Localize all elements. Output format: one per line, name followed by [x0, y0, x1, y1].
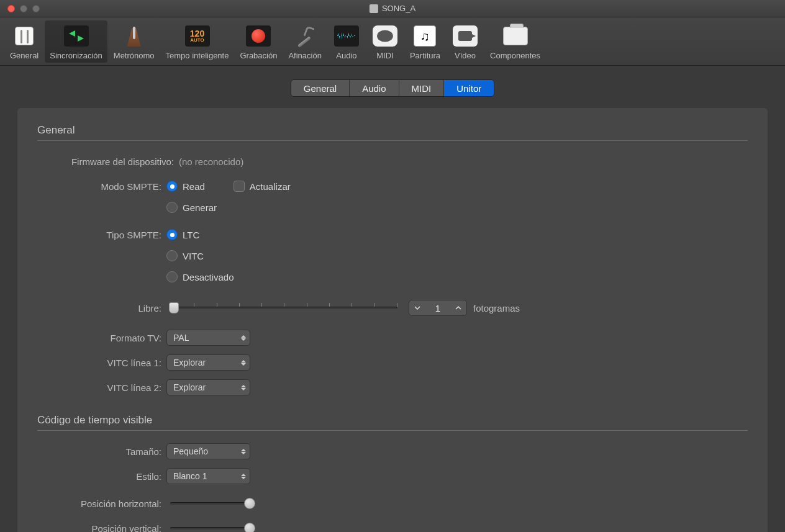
- vitc2-label: VITC línea 2:: [37, 382, 166, 393]
- window-title: SONG_A: [370, 4, 415, 13]
- toolbar-sync-label: Sincronización: [50, 51, 102, 60]
- close-window-button[interactable]: [7, 5, 15, 12]
- toolbar-sync[interactable]: Sincronización: [45, 20, 107, 63]
- video-icon: [453, 25, 478, 47]
- toolbar-video[interactable]: Vídeo: [447, 20, 484, 63]
- style-label: Estilo:: [37, 471, 166, 482]
- updown-icon: [241, 335, 246, 341]
- smpte-update-checkbox[interactable]: [234, 181, 245, 192]
- toolbar-components-label: Componentes: [490, 51, 540, 60]
- minimize-window-button[interactable]: [20, 5, 27, 12]
- toolbar-general-label: General: [10, 51, 39, 60]
- vpos-slider[interactable]: [166, 521, 256, 532]
- hpos-label: Posición horizontal:: [37, 498, 166, 509]
- firmware-label: Firmware del dispositivo:: [37, 156, 179, 167]
- size-dropdown[interactable]: Pequeño: [166, 443, 250, 459]
- updown-icon: [241, 385, 246, 390]
- free-value: 1: [425, 303, 450, 313]
- divider: [37, 430, 748, 431]
- vitc1-label: VITC línea 1:: [37, 358, 166, 368]
- style-value: Blanco 1: [173, 471, 207, 481]
- midi-icon: [373, 25, 397, 47]
- hpos-slider[interactable]: [166, 497, 256, 510]
- smpte-type-vitc-radio[interactable]: [166, 250, 178, 261]
- divider: [37, 140, 748, 141]
- toolbar-video-label: Vídeo: [455, 51, 476, 60]
- chevron-up-icon: [455, 305, 461, 311]
- window-title-text: SONG_A: [382, 4, 415, 13]
- toolbar-tuning-label: Afinación: [288, 51, 321, 60]
- metronome-icon: [125, 25, 143, 47]
- toolbar-recording-label: Grabación: [240, 51, 277, 60]
- toolbar-midi[interactable]: MIDI: [366, 20, 404, 63]
- toolbar-general[interactable]: General: [5, 20, 43, 63]
- smpte-type-off-radio[interactable]: [166, 271, 178, 282]
- preferences-window: SONG_A General Sincronización Metrónomo …: [0, 0, 785, 532]
- general-icon: [15, 27, 34, 45]
- updown-icon: [241, 474, 246, 479]
- toolbar-components[interactable]: Componentes: [485, 20, 545, 63]
- toolbar-score[interactable]: Partitura: [405, 20, 445, 63]
- smpte-mode-label: Modo SMPTE:: [37, 181, 166, 192]
- tab-general[interactable]: General: [291, 80, 350, 96]
- smpte-type-off-label: Desactivado: [183, 272, 234, 282]
- components-icon: [503, 27, 528, 45]
- free-label: Libre:: [37, 303, 166, 313]
- content-area: General Audio MIDI Unitor General Firmwa…: [0, 66, 785, 532]
- toolbar-audio-label: Audio: [336, 51, 356, 60]
- updown-icon: [241, 360, 246, 366]
- free-slider[interactable]: [166, 301, 402, 315]
- firmware-value: (no reconocido): [179, 156, 243, 167]
- preferences-toolbar: General Sincronización Metrónomo 120 AUT…: [0, 17, 785, 66]
- document-icon: [370, 4, 378, 13]
- toolbar-audio[interactable]: Audio: [328, 20, 365, 63]
- smpte-update-label: Actualizar: [250, 181, 291, 192]
- size-label: Tamaño:: [37, 446, 166, 457]
- smpte-mode-read-label: Read: [183, 181, 205, 192]
- toolbar-smart-tempo-label: Tempo inteligente: [166, 51, 229, 60]
- maximize-window-button[interactable]: [32, 5, 40, 12]
- vitc2-dropdown[interactable]: Explorar: [166, 379, 250, 395]
- sync-icon: [64, 25, 89, 47]
- toolbar-smart-tempo[interactable]: 120 AUTO Tempo inteligente: [161, 20, 234, 63]
- style-dropdown[interactable]: Blanco 1: [166, 468, 250, 484]
- smpte-type-label: Tipo SMPTE:: [37, 230, 166, 240]
- smpte-mode-read-radio[interactable]: [166, 181, 178, 192]
- smart-tempo-icon: 120 AUTO: [185, 25, 210, 47]
- sub-tab-bar: General Audio MIDI Unitor: [0, 66, 785, 97]
- tvformat-dropdown[interactable]: PAL: [166, 330, 250, 346]
- smpte-type-vitc-label: VITC: [183, 251, 204, 261]
- vitc1-dropdown[interactable]: Explorar: [166, 354, 250, 371]
- toolbar-recording[interactable]: Grabación: [235, 20, 282, 63]
- smpte-mode-generate-radio[interactable]: [166, 202, 178, 213]
- tab-midi[interactable]: MIDI: [399, 80, 445, 96]
- updown-icon: [241, 449, 246, 454]
- tvformat-label: Formato TV:: [37, 333, 166, 343]
- vitc1-value: Explorar: [173, 358, 206, 367]
- free-stepper[interactable]: 1: [409, 300, 467, 316]
- toolbar-metronome-label: Metrónomo: [114, 51, 155, 60]
- toolbar-midi-label: MIDI: [376, 51, 393, 60]
- audio-wave-icon: [334, 25, 359, 47]
- titlebar: SONG_A: [0, 0, 785, 17]
- smpte-mode-generate-label: Generar: [183, 202, 217, 213]
- vpos-label: Posición vertical:: [37, 523, 166, 533]
- smpte-type-ltc-radio[interactable]: [166, 229, 178, 240]
- toolbar-metronome[interactable]: Metrónomo: [109, 20, 160, 63]
- free-unit: fotogramas: [473, 303, 520, 313]
- chevron-down-icon: [414, 305, 420, 311]
- score-icon: [414, 25, 436, 47]
- stepper-increment[interactable]: [450, 300, 466, 315]
- toolbar-tuning[interactable]: Afinación: [283, 20, 326, 63]
- tuning-fork-icon: [294, 25, 315, 47]
- vitc2-value: Explorar: [173, 382, 206, 392]
- tab-audio[interactable]: Audio: [350, 80, 399, 96]
- smpte-type-ltc-label: LTC: [183, 230, 199, 240]
- settings-panel: General Firmware del dispositivo: (no re…: [17, 108, 768, 532]
- window-controls: [7, 5, 40, 12]
- size-value: Pequeño: [173, 446, 208, 456]
- tvformat-value: PAL: [173, 333, 189, 343]
- section-visible-tc-title: Código de tiempo visible: [37, 414, 748, 426]
- tab-unitor[interactable]: Unitor: [444, 80, 494, 96]
- stepper-decrement[interactable]: [409, 300, 425, 315]
